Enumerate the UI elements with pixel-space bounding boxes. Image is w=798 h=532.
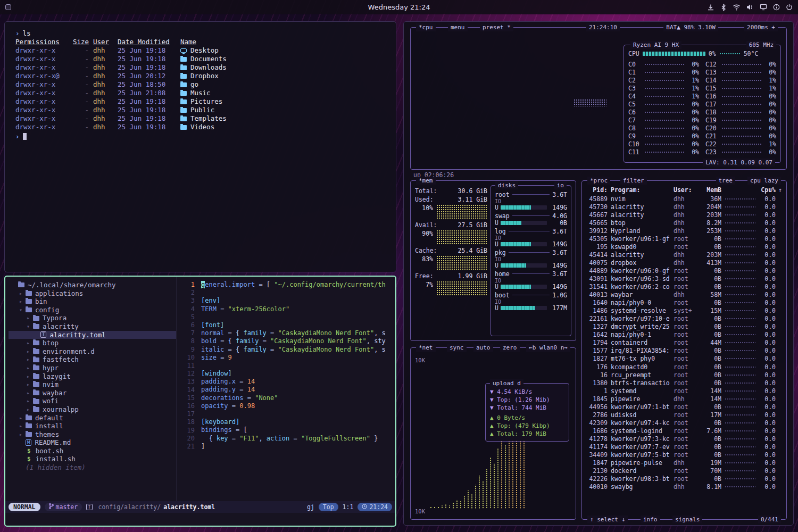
code-line[interactable]: [window] <box>201 370 395 378</box>
proc-row[interactable]: 45414alacrittydhh203M0.0 <box>586 251 782 259</box>
disks-title[interactable]: disks <box>495 181 518 189</box>
tree-item[interactable]: ▸environment.d <box>9 347 176 356</box>
filter-button[interactable]: filter <box>620 177 647 185</box>
proc-row[interactable]: 1systemdroot14M0.0 <box>586 387 782 395</box>
volume-icon[interactable] <box>746 4 754 11</box>
proc-row[interactable]: 1380btrfs-transactioroot0B0.0 <box>586 379 782 387</box>
col-cpu[interactable]: Cpu% <box>759 186 776 195</box>
tree-item[interactable]: ▸install <box>9 422 176 430</box>
proc-row[interactable]: 22161kworker/u97:10-eroot0B0.0 <box>586 315 782 323</box>
code-line[interactable]: padding.y = 14 <box>201 386 395 394</box>
proc-row[interactable]: 45889nvimdhh36M0.0 <box>586 195 782 203</box>
col-program[interactable]: Program: <box>611 186 674 195</box>
code-line[interactable] <box>201 410 395 418</box>
proc-row[interactable]: 1847pipewire-pulsedhh19M0.0 <box>586 459 782 467</box>
proc-row[interactable]: 44889kworker/u96:0-gfroot0B0.0 <box>586 267 782 275</box>
code-line[interactable]: size = 9 <box>201 354 395 362</box>
proc-row[interactable]: 1794containerdroot44M0.0 <box>586 339 782 347</box>
proc-row[interactable]: 1327dmcrypt_write/25root0B0.0 <box>586 323 782 331</box>
proc-row[interactable]: 41174kworker/u97:7-evroot0B0.0 <box>586 443 782 451</box>
tree-item[interactable]: ▸btop <box>9 339 176 347</box>
tree-item[interactable]: $boot.sh <box>9 447 176 455</box>
code-line[interactable]: bindings = [ <box>201 426 395 434</box>
signals-button[interactable]: signals <box>672 516 702 523</box>
code-line[interactable] <box>201 362 395 370</box>
proc-row[interactable]: 31541kworker/u96:2-coroot0B0.0 <box>586 283 782 291</box>
tree-item[interactable]: ▸themes <box>9 430 176 439</box>
editor-pane[interactable]: 123456789101112131415161718192021 genera… <box>177 277 395 501</box>
update-interval[interactable]: 2000ms + <box>744 23 778 31</box>
workspace-indicator[interactable] <box>5 4 11 10</box>
proc-row[interactable]: 1577irq/81-PIXA3854:root0B0.0 <box>586 347 782 355</box>
code-line[interactable]: ] <box>201 443 395 451</box>
power-icon[interactable] <box>786 4 793 11</box>
tree-item[interactable]: Talacritty.toml <box>9 331 176 339</box>
code-line[interactable]: general.import = [ "~/.config/omarchy/cu… <box>201 281 395 289</box>
tree-toggle[interactable]: tree <box>716 177 736 185</box>
tree-item[interactable]: (1 hidden item) <box>9 463 176 472</box>
proc-row[interactable]: 45667alacrittydhh203M0.0 <box>586 211 782 219</box>
proc-row[interactable]: 1642napi/phy0-1root0B0.0 <box>586 331 782 339</box>
info-button[interactable]: info <box>641 516 660 523</box>
nvim-window[interactable]: ~/.local/share/omarchy▸applications▸bin▾… <box>4 276 396 527</box>
proc-row[interactable]: 1640napi/phy0-0root0B0.0 <box>586 299 782 307</box>
proc-row[interactable]: 16rcu_preemptroot0B0.0 <box>586 371 782 379</box>
code-line[interactable] <box>201 313 395 321</box>
tree-item[interactable]: ▸bin <box>9 297 176 306</box>
preset-button[interactable]: preset * <box>480 23 513 31</box>
tree-item[interactable]: ▸xournalpp <box>9 405 176 414</box>
tree-item[interactable]: ▸applications <box>9 289 176 298</box>
proc-row[interactable]: 41278kworker/u97:3-kcroot0B0.0 <box>586 435 782 443</box>
code-line[interactable]: { key = "F11", action = "ToggleFullscree… <box>201 435 395 443</box>
proc-row[interactable]: 2130dockerdroot70M0.0 <box>586 467 782 475</box>
net-interface[interactable]: ←b wlan0 n→ <box>526 344 570 352</box>
code-line[interactable]: italic = { family = "CaskaydiaMono Nerd … <box>201 346 395 354</box>
code-line[interactable] <box>201 289 395 297</box>
tree-item[interactable]: ~/.local/share/omarchy <box>9 281 176 289</box>
col-user[interactable]: User: <box>674 186 699 195</box>
tree-item[interactable]: ▸wofi <box>9 397 176 405</box>
proc-row[interactable]: 45730alacrittydhh204M0.0 <box>586 203 782 211</box>
col-memb[interactable]: MemB <box>699 186 721 195</box>
scroll-up-indicator[interactable]: ↑ <box>776 186 782 195</box>
col-pid[interactable]: Pid: <box>586 186 611 195</box>
bluetooth-icon[interactable] <box>720 4 727 11</box>
terminal-window-ls[interactable]: ›ls PermissionsSizeUserDate ModifiedName… <box>4 21 396 272</box>
wifi-icon[interactable] <box>733 4 741 11</box>
proc-row[interactable]: 1486systemd-resolvesyst+15M0.0 <box>586 307 782 315</box>
tree-item[interactable]: MREADME.md <box>9 438 176 447</box>
info-icon[interactable] <box>773 4 780 11</box>
proc-row[interactable]: 1686systemd-logindroot7.6M0.0 <box>586 427 782 435</box>
code-line[interactable]: [env] <box>201 297 395 305</box>
tree-item[interactable]: ▸fastfetch <box>9 355 176 364</box>
proc-row[interactable]: 44956kworker/u97:1-btroot0B0.0 <box>586 403 782 411</box>
proc-row[interactable]: 45665btopdhh8.2M0.0 <box>586 219 782 227</box>
proc-row[interactable]: 195kswapd0root0B0.0 <box>586 243 782 251</box>
proc-row[interactable]: 43091kworker/u96:3-sdroot0B0.0 <box>586 275 782 282</box>
proc-row[interactable]: 176kcompactd0root0B0.0 <box>586 363 782 371</box>
display-icon[interactable] <box>760 4 767 11</box>
tree-item[interactable]: ▾config <box>9 306 176 314</box>
proc-row[interactable]: 40075dropboxdhh413M0.0 <box>586 259 782 267</box>
code-line[interactable]: opacity = 0.98 <box>201 402 395 410</box>
net-sync-toggle[interactable]: sync <box>447 344 467 352</box>
tree-item[interactable]: ▸Typora <box>9 314 176 322</box>
net-zero-toggle[interactable]: zero <box>500 344 520 352</box>
proc-row[interactable]: 40013waybardhh58M0.0 <box>586 291 782 299</box>
proc-row[interactable]: 2786udisksdroot17M0.0 <box>586 411 782 419</box>
code-line[interactable]: [font] <box>201 321 395 329</box>
net-auto-toggle[interactable]: auto <box>473 344 493 352</box>
tree-item[interactable]: ▸lazygit <box>9 372 176 381</box>
proc-row[interactable]: 1845pipewiredhh14M0.0 <box>586 395 782 403</box>
code-line[interactable]: [keyboard] <box>201 418 395 426</box>
tree-item[interactable]: ▸waybar <box>9 389 176 397</box>
tree-item[interactable]: ▸nvim <box>9 380 176 389</box>
proc-row[interactable]: 45305kworker/u96:1-gfroot0B0.0 <box>586 235 782 243</box>
net-panel-label[interactable]: upload d <box>490 379 523 387</box>
code-line[interactable]: padding.x = 14 <box>201 378 395 386</box>
tree-item[interactable]: $install.sh <box>9 455 176 463</box>
proc-row[interactable]: 34409kworker/u97:5-btroot0B0.0 <box>586 451 782 459</box>
proc-row[interactable]: 1827mt76-tx phy0root0B0.0 <box>586 355 782 363</box>
proc-row[interactable]: 42309kworker/u97:4-kcroot0B0.0 <box>586 419 782 427</box>
tree-item[interactable]: ▸hypr <box>9 364 176 372</box>
